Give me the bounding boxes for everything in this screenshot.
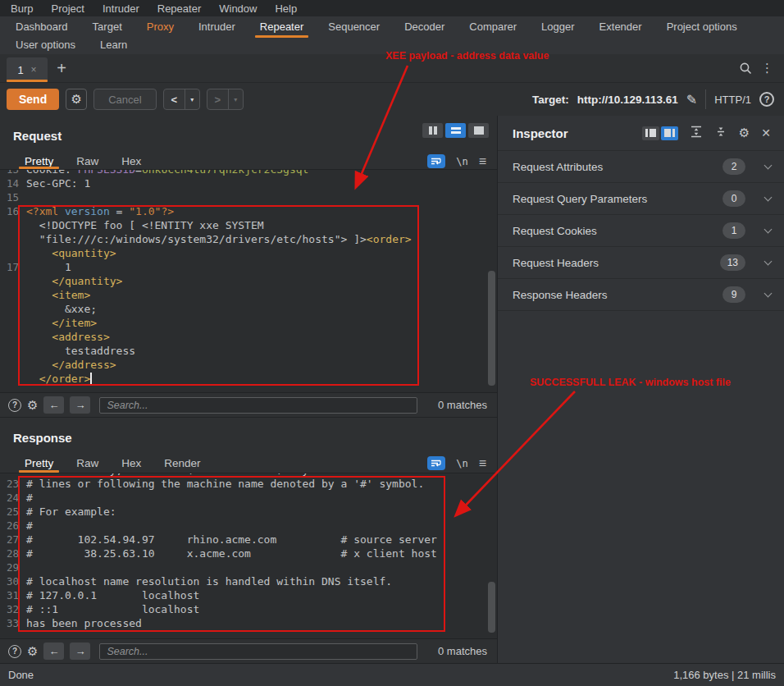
tab-intruder[interactable]: Intruder — [186, 16, 248, 38]
back-arrow-icon[interactable]: < — [164, 89, 185, 109]
response-search-bar: ? ⚙ ← → 0 matches — [0, 638, 497, 663]
code-token — [26, 275, 52, 287]
inspector-section-request-query-parameters[interactable]: Request Query Parameters0 — [498, 182, 784, 214]
line-text: testaddress — [19, 344, 135, 358]
history-back-button[interactable]: < ▾ — [163, 89, 200, 110]
tab-project-options[interactable]: Project options — [654, 16, 750, 38]
code-line: <address> — [0, 330, 497, 344]
response-tab-raw[interactable]: Raw — [65, 454, 110, 473]
search-icon[interactable] — [739, 62, 753, 79]
inspector-section-request-cookies[interactable]: Request Cookies1 — [498, 214, 784, 246]
word-wrap-icon[interactable] — [427, 154, 445, 168]
response-scrollbar-thumb[interactable] — [488, 582, 495, 633]
tab-decoder[interactable]: Decoder — [392, 16, 457, 38]
response-tab-render[interactable]: Render — [153, 454, 212, 473]
request-editor[interactable]: 13Cookie: PHPSESSID=onk6cch4tu7rqn2kjcr2… — [0, 170, 497, 392]
dock-right-button[interactable] — [661, 126, 678, 140]
tab-extender[interactable]: Extender — [587, 16, 654, 38]
line-number: 15 — [0, 190, 19, 204]
word-wrap-icon[interactable] — [427, 456, 445, 470]
response-editor[interactable]: 22# Additionally, comments (such as thes… — [0, 473, 497, 638]
edit-target-pencil-icon[interactable]: ✎ — [686, 92, 697, 107]
editor-menu-icon[interactable]: ≡ — [479, 456, 486, 471]
menu-item-intruder[interactable]: Intruder — [93, 2, 148, 15]
history-forward-button[interactable]: > ▾ — [207, 89, 244, 110]
menu-item-burp[interactable]: Burp — [2, 2, 42, 15]
tab-user-options[interactable]: User options — [3, 38, 88, 54]
code-line: testaddress — [0, 344, 497, 358]
expand-all-icon[interactable] — [690, 126, 703, 141]
inspector-section-request-attributes[interactable]: Request Attributes2 — [498, 150, 784, 182]
menu-item-project[interactable]: Project — [42, 2, 93, 15]
count-badge: 2 — [722, 158, 745, 175]
tab-comparer[interactable]: Comparer — [457, 16, 529, 38]
menu-item-window[interactable]: Window — [210, 2, 266, 15]
line-number: 23 — [0, 477, 19, 491]
tab-sequencer[interactable]: Sequencer — [316, 16, 392, 38]
dock-left-button[interactable] — [642, 126, 659, 140]
text-cursor — [90, 373, 92, 384]
menu-item-repeater[interactable]: Repeater — [148, 2, 210, 15]
forward-dropdown-caret-icon[interactable]: ▾ — [229, 89, 243, 109]
message-editor-column: Request PrettyRawHex \n ≡ — [0, 116, 498, 663]
menu-item-help[interactable]: Help — [266, 2, 306, 15]
tab-proxy[interactable]: Proxy — [134, 16, 186, 38]
tab-logger[interactable]: Logger — [529, 16, 586, 38]
next-match-button[interactable]: → — [70, 396, 90, 414]
http-version-selector[interactable]: HTTP/1 — [714, 94, 751, 106]
layout-columns-button[interactable] — [422, 123, 443, 138]
code-line: 24# — [0, 491, 497, 505]
help-icon[interactable]: ? — [759, 92, 774, 107]
forward-arrow-icon[interactable]: > — [207, 89, 228, 109]
previous-match-button[interactable]: ← — [43, 643, 64, 660]
inspector-section-response-headers[interactable]: Response Headers9 — [498, 278, 784, 310]
close-inspector-icon[interactable]: ✕ — [761, 126, 771, 139]
target-label: Target: — [532, 94, 569, 106]
close-tab-icon[interactable]: × — [31, 64, 37, 75]
code-token: <order> — [367, 233, 412, 245]
request-scrollbar-thumb[interactable] — [488, 271, 495, 386]
show-newlines-icon[interactable]: \n — [456, 458, 467, 469]
tab-learn[interactable]: Learn — [88, 38, 139, 54]
help-icon[interactable]: ? — [8, 645, 21, 658]
code-token: # 38.25.63.10 x.acme.com # x client host — [26, 547, 437, 560]
code-token: # lines or following the machine name de… — [26, 478, 424, 490]
repeater-toolbar: Send ⚙ Cancel < ▾ > ▾ Target: http://10.… — [0, 83, 784, 116]
kebab-menu-icon[interactable]: ⋮ — [761, 61, 773, 75]
search-settings-gear-icon[interactable]: ⚙ — [27, 644, 38, 659]
previous-match-button[interactable]: ← — [43, 396, 64, 414]
layout-rows-button[interactable] — [445, 123, 466, 138]
inspector-section-request-headers[interactable]: Request Headers13 — [498, 246, 784, 278]
response-search-input[interactable] — [99, 643, 417, 660]
request-editor-icons: \n ≡ — [427, 154, 497, 169]
request-settings-gear-icon[interactable]: ⚙ — [66, 89, 87, 110]
tab-target[interactable]: Target — [80, 16, 134, 38]
show-newlines-icon[interactable]: \n — [456, 156, 467, 167]
code-line: </order> — [0, 372, 497, 386]
response-tab-pretty[interactable]: Pretty — [13, 454, 65, 473]
tab-dashboard[interactable]: Dashboard — [3, 16, 80, 38]
search-settings-gear-icon[interactable]: ⚙ — [27, 398, 38, 413]
tab-repeater[interactable]: Repeater — [248, 16, 316, 38]
repeater-tab-1[interactable]: 1 × — [7, 57, 48, 82]
next-match-button[interactable]: → — [70, 643, 90, 660]
line-number — [0, 358, 19, 372]
response-tab-hex[interactable]: Hex — [110, 454, 153, 473]
line-text — [19, 190, 26, 204]
layout-single-button[interactable] — [468, 123, 489, 138]
code-token — [58, 205, 65, 217]
inspector-settings-gear-icon[interactable]: ⚙ — [739, 126, 750, 140]
response-subtab-bar: PrettyRawHexRender \n ≡ — [0, 454, 497, 473]
request-tab-hex[interactable]: Hex — [110, 153, 153, 169]
request-search-input[interactable] — [99, 397, 417, 414]
editor-menu-icon[interactable]: ≡ — [479, 154, 486, 169]
help-icon[interactable]: ? — [8, 399, 21, 412]
code-line: 28# 38.25.63.10 x.acme.com # x client ho… — [0, 547, 497, 560]
collapse-all-icon[interactable] — [714, 126, 727, 141]
back-dropdown-caret-icon[interactable]: ▾ — [185, 89, 199, 109]
request-tab-raw[interactable]: Raw — [65, 153, 110, 169]
request-tab-pretty[interactable]: Pretty — [13, 153, 65, 169]
cancel-button[interactable]: Cancel — [93, 89, 156, 110]
new-tab-button[interactable]: + — [52, 59, 71, 78]
send-button[interactable]: Send — [7, 89, 59, 110]
